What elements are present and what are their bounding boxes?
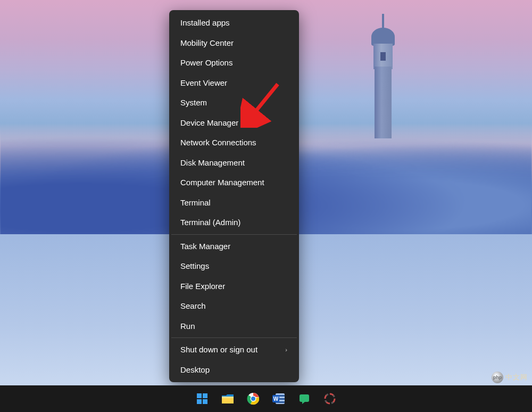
svg-rect-6 — [222, 397, 234, 398]
menu-item-file-explorer[interactable]: File Explorer — [172, 276, 296, 296]
menu-item-settings[interactable]: Settings — [172, 256, 296, 276]
watermark-text: 中文网 — [505, 373, 528, 382]
menu-item-run[interactable]: Run — [172, 316, 296, 336]
menu-item-label: Mobility Center — [180, 38, 234, 48]
menu-item-network-connections[interactable]: Network Connections — [172, 133, 296, 153]
svg-rect-4 — [203, 399, 207, 404]
menu-item-label: Computer Management — [180, 177, 264, 188]
menu-item-label: Terminal (Admin) — [180, 217, 240, 228]
menu-item-installed-apps[interactable]: Installed apps — [172, 13, 296, 33]
menu-item-label: Power Options — [180, 57, 232, 68]
menu-item-label: Event Viewer — [180, 78, 227, 88]
svg-point-9 — [251, 397, 255, 401]
chrome-icon[interactable] — [244, 390, 262, 408]
menu-item-terminal[interactable]: Terminal — [172, 193, 296, 213]
taskbar: W — [0, 385, 532, 412]
menu-item-computer-management[interactable]: Computer Management — [172, 172, 296, 193]
svg-rect-1 — [197, 393, 202, 398]
menu-item-search[interactable]: Search — [172, 296, 296, 316]
menu-item-label: Terminal — [180, 197, 211, 208]
menu-item-label: File Explorer — [180, 281, 225, 292]
chat-app-icon[interactable] — [295, 390, 313, 408]
menu-item-label: Settings — [180, 261, 209, 271]
word-icon[interactable]: W — [270, 390, 288, 408]
menu-item-label: System — [180, 97, 207, 108]
file-explorer-icon[interactable] — [219, 390, 237, 408]
menu-item-label: Shut down or sign out — [180, 344, 257, 355]
menu-item-event-viewer[interactable]: Event Viewer — [172, 73, 296, 93]
svg-text:W: W — [273, 396, 279, 402]
menu-item-shut-down-or-sign-out[interactable]: Shut down or sign out› — [172, 340, 296, 360]
menu-item-power-options[interactable]: Power Options — [172, 53, 296, 73]
menu-item-terminal-admin[interactable]: Terminal (Admin) — [172, 212, 296, 233]
winx-context-menu: Installed appsMobility CenterPower Optio… — [169, 10, 299, 382]
menu-item-device-manager[interactable]: Device Manager — [172, 113, 296, 133]
menu-item-label: Network Connections — [180, 137, 256, 148]
menu-item-label: Desktop — [180, 365, 210, 375]
menu-item-label: Task Manager — [180, 241, 230, 252]
menu-item-label: Run — [180, 321, 195, 332]
menu-item-disk-management[interactable]: Disk Management — [172, 153, 296, 173]
menu-item-desktop[interactable]: Desktop — [172, 360, 296, 380]
menu-item-label: Search — [180, 301, 206, 311]
menu-separator — [171, 234, 297, 235]
svg-rect-16 — [300, 394, 309, 402]
menu-item-task-manager[interactable]: Task Manager — [172, 236, 296, 257]
taskbar-icons: W — [193, 390, 339, 408]
svg-rect-2 — [203, 393, 207, 398]
watermark: php 中文网 — [492, 372, 528, 383]
svg-rect-3 — [197, 399, 202, 404]
menu-item-label: Installed apps — [180, 18, 230, 28]
watermark-prefix: php — [493, 375, 502, 380]
wallpaper-tower — [367, 16, 399, 138]
chevron-right-icon: › — [285, 346, 287, 353]
start-icon[interactable] — [193, 390, 211, 408]
svg-point-18 — [325, 394, 335, 403]
menu-item-label: Disk Management — [180, 158, 245, 168]
menu-separator — [171, 337, 297, 338]
menu-item-label: Device Manager — [180, 118, 238, 128]
watermark-logo: php — [492, 372, 503, 383]
menu-item-mobility-center[interactable]: Mobility Center — [172, 33, 296, 53]
menu-item-system[interactable]: System — [172, 93, 296, 113]
generic-app-icon[interactable] — [321, 390, 339, 408]
